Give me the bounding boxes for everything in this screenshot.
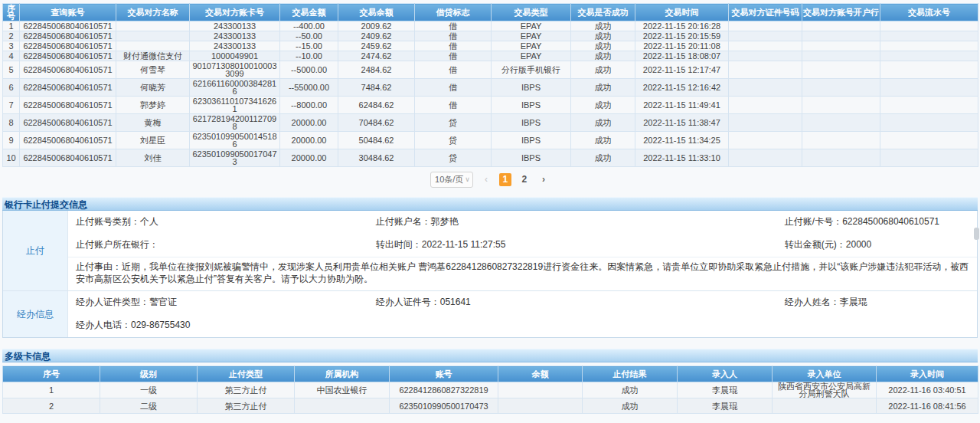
cell-stop-result: 成功	[583, 382, 678, 398]
page-2-button[interactable]: 2	[518, 173, 531, 186]
transaction-row[interactable]: 6 6228450068040610571 何晓芳 62166116000038…	[3, 79, 978, 97]
cell-entry-person: 李晨琨	[678, 382, 773, 398]
cell-debit-flag: 贷	[415, 132, 492, 149]
cell-debit-flag: 借	[415, 61, 492, 79]
cell-stop-type: 第三方止付	[198, 398, 295, 414]
cell-tx-success: 成功	[571, 41, 635, 51]
cell-serial-no	[880, 21, 978, 31]
scrollbar-thumb[interactable]	[974, 228, 979, 240]
next-page-button[interactable]: ›	[537, 174, 550, 185]
cell-seq: 2	[3, 31, 20, 41]
page-size-label: 10条/页	[435, 174, 463, 185]
cell-tx-type: IBPS	[492, 114, 571, 132]
column-header: 交易对方账号开户行	[802, 4, 880, 21]
cell-counterparty-name: 郭梦婷	[116, 97, 190, 114]
transaction-row[interactable]: 1 6228450068040610571 243300133 --400.00…	[3, 21, 978, 31]
column-header: 录入人	[678, 366, 773, 382]
transaction-row[interactable]: 5 6228450068040610571 何雪琴 90107130801001…	[3, 61, 978, 79]
cell-account-no: 6235010990500170473	[390, 398, 498, 414]
cell-debit-flag: 借	[415, 51, 492, 61]
cell-tx-type: IBPS	[492, 79, 571, 97]
field-operator-name: 经办人姓名：李晨琨	[777, 296, 977, 309]
cell-balance: 2459.62	[338, 41, 415, 51]
multi-card-section: 多级卡信息 序号级别止付类型所属机构账号余额止付结果录入人录入单位录入时间 1 …	[2, 349, 978, 414]
field-transfer-time: 转出时间：2022-11-15 11:27:55	[368, 238, 777, 251]
transaction-row[interactable]: 7 6228450068040610571 郭梦婷 62303611010734…	[3, 97, 978, 114]
page-size-select[interactable]: 10条/页 ∨	[430, 172, 473, 188]
cell-tx-type: EPAY	[492, 51, 571, 61]
cell-counterparty-bank	[802, 132, 880, 149]
cell-amount: --55000.00	[280, 79, 338, 97]
multi-card-row[interactable]: 2 二级 第三方止付 6235010990500170473 成功 李晨琨 20…	[3, 398, 978, 414]
cell-amount: --50.00	[280, 31, 338, 41]
transaction-row[interactable]: 2 6228450068040610571 243300133 --50.00 …	[3, 31, 978, 41]
cell-tx-success: 成功	[571, 114, 635, 132]
cell-tx-time: 2022-11-15 11:49:41	[635, 97, 729, 114]
cell-entry-unit: 陕西省西安市公安局高新分局刑警大队	[773, 382, 877, 398]
cell-amount: --5000.00	[280, 61, 338, 79]
column-header: 止付结果	[583, 366, 678, 382]
transaction-row[interactable]: 9 6228450068040610571 刘星臣 62350109905001…	[3, 132, 978, 149]
cell-seq: 2	[3, 398, 100, 414]
cell-tx-success: 成功	[571, 97, 635, 114]
cell-counterparty-name	[116, 31, 190, 41]
cell-seq: 5	[3, 61, 20, 79]
transaction-row[interactable]: 3 6228450068040610571 243300133 --15.00 …	[3, 41, 978, 51]
cell-tx-success: 成功	[571, 51, 635, 61]
cell-tx-type: IBPS	[492, 132, 571, 149]
cell-tx-time: 2022-11-15 11:38:47	[635, 114, 729, 132]
cell-account-no: 6228412860827322819	[390, 382, 498, 398]
cell-tx-success: 成功	[571, 61, 635, 79]
cell-institution: 中国农业银行	[295, 382, 390, 398]
column-header: 交易时间	[635, 4, 729, 21]
field-operator-cert-type: 经办人证件类型：警官证	[68, 296, 368, 309]
cell-amount: 20000.00	[280, 114, 338, 132]
stop-payment-panel: 止付 止付账号类别：个人 止付账户名：郭梦艳 止付账/卡号：6228450068…	[2, 211, 978, 338]
cell-balance: 50484.62	[338, 132, 415, 149]
transaction-row[interactable]: 8 6228450068040610571 黄梅 621728194200112…	[3, 114, 978, 132]
field-account-name: 止付账户名：郭梦艳	[368, 215, 777, 228]
cell-tx-type: IBPS	[492, 97, 571, 114]
column-header: 借贷标志	[415, 4, 492, 21]
cell-query-account: 6228450068040610571	[20, 132, 116, 149]
page-1-button[interactable]: 1	[499, 173, 511, 186]
cell-seq: 4	[3, 51, 20, 61]
cell-serial-no	[880, 31, 978, 41]
column-header: 交易余额	[338, 4, 415, 21]
cell-serial-no	[880, 41, 978, 51]
cell-tx-type: 分行版手机银行	[492, 61, 571, 79]
prev-page-button[interactable]: ‹	[480, 174, 492, 185]
cell-tx-time: 2022-11-15 11:33:10	[635, 149, 729, 167]
cell-query-account: 6228450068040610571	[20, 51, 116, 61]
column-header: 序号	[3, 4, 20, 21]
cell-counterparty-bank	[802, 21, 880, 31]
page: 序号查询账号交易对方名称交易对方账卡号交易金额交易余额借贷标志交易类型交易是否成…	[0, 0, 980, 414]
cell-counterparty-bank	[802, 79, 880, 97]
multi-card-row[interactable]: 1 一级 第三方止付 中国农业银行 6228412860827322819 成功…	[3, 382, 978, 398]
pagination: 10条/页 ∨ ‹ 1 2 ›	[2, 171, 978, 188]
transaction-row[interactable]: 4 6228450068040610571 财付通微信支付 1000049901…	[3, 51, 978, 61]
cell-counterparty-name: 黄梅	[116, 114, 190, 132]
cell-counterparty-id	[729, 79, 802, 97]
column-header: 余额	[498, 366, 583, 382]
cell-level: 一级	[100, 382, 198, 398]
multi-card-header-row: 序号级别止付类型所属机构账号余额止付结果录入人录入单位录入时间	[3, 366, 978, 382]
cell-counterparty-name: 刘星臣	[116, 132, 190, 149]
cell-counterparty-id	[729, 61, 802, 79]
cell-seq: 3	[3, 41, 20, 51]
cell-counterparty-bank	[802, 149, 880, 167]
cell-counterparty-id	[729, 97, 802, 114]
cell-entry-person: 李晨琨	[678, 398, 773, 414]
cell-query-account: 6228450068040610571	[20, 21, 116, 31]
transaction-row[interactable]: 10 6228450068040610571 刘佳 62350109905001…	[3, 149, 978, 167]
operator-group-label: 经办信息	[3, 291, 68, 337]
cell-amount: --400.00	[280, 21, 338, 31]
cell-debit-flag: 借	[415, 21, 492, 31]
cell-debit-flag: 借	[415, 97, 492, 114]
cell-entry-unit	[773, 398, 877, 414]
column-header: 序号	[3, 366, 100, 382]
field-bank: 止付账户所在银行：	[68, 238, 368, 251]
cell-counterparty-id	[729, 21, 802, 31]
cell-tx-time: 2022-11-15 18:08:07	[635, 51, 729, 61]
field-account-type: 止付账号类别：个人	[68, 215, 368, 228]
